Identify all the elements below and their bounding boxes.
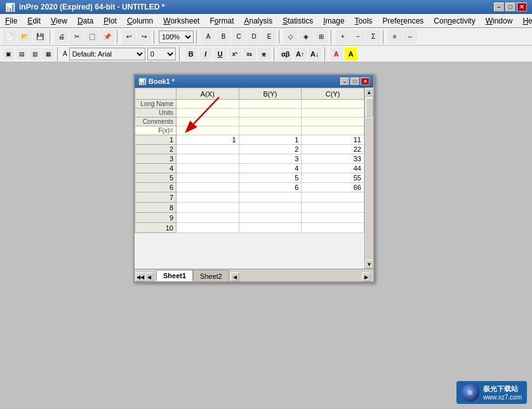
sheet-tab-1[interactable]: Sheet1 [156, 270, 193, 281]
cell-10-c[interactable] [302, 223, 364, 233]
meta-b-fx[interactable] [239, 126, 302, 135]
cell-9-b[interactable] [239, 213, 302, 223]
menu-column[interactable]: Column [122, 14, 158, 27]
tb-btn-c[interactable]: C [232, 30, 246, 44]
tb-btn-k[interactable]: Σ [366, 30, 380, 44]
book-maximize-btn[interactable]: □ [350, 77, 359, 85]
cell-3-a[interactable] [176, 154, 239, 164]
col-header-b[interactable]: B(Y) [239, 88, 302, 100]
cut-btn[interactable]: ✂ [70, 30, 84, 44]
tb-btn-d[interactable]: D [247, 30, 261, 44]
cell-10-a[interactable] [176, 223, 239, 233]
cell-5-a[interactable] [176, 173, 239, 183]
menu-image[interactable]: Image [318, 14, 349, 27]
menu-file[interactable]: File [0, 14, 22, 27]
maximize-btn[interactable]: □ [505, 3, 515, 11]
cell-2-a[interactable] [176, 145, 239, 154]
cell-3-b[interactable]: 3 [239, 154, 302, 164]
alpha-btn[interactable]: αβ [279, 48, 292, 60]
cell-6-a[interactable] [176, 183, 239, 192]
cell-4-a[interactable] [176, 164, 239, 173]
tb-btn-g[interactable]: ◈ [299, 30, 313, 44]
cell-5-b[interactable]: 5 [239, 173, 302, 183]
font-select[interactable]: Default: Arial Arial Times New Roman [69, 48, 145, 60]
cell-6-c[interactable]: 66 [302, 183, 364, 192]
italic-btn[interactable]: I [199, 48, 212, 60]
meta-c-comments[interactable] [302, 117, 364, 126]
meta-c-fx[interactable] [302, 126, 364, 135]
tb2-btn-c[interactable]: ▥ [29, 48, 41, 60]
cell-9-c[interactable] [302, 213, 364, 223]
undo-btn[interactable]: ↩ [122, 30, 136, 44]
meta-b-comments[interactable] [239, 117, 302, 126]
meta-c-longname[interactable] [302, 100, 364, 109]
cell-8-a[interactable] [176, 203, 239, 213]
close-btn[interactable]: ✕ [517, 3, 527, 11]
copy-btn[interactable]: 📋 [85, 30, 99, 44]
meta-b-longname[interactable] [239, 100, 302, 109]
menu-edit[interactable]: Edit [22, 14, 46, 27]
menu-statistics[interactable]: Statistics [277, 14, 318, 27]
menu-tools[interactable]: Tools [350, 14, 378, 27]
underline-btn[interactable]: U [214, 48, 227, 60]
color-btn[interactable]: A [330, 48, 343, 60]
cell-10-b[interactable] [239, 223, 302, 233]
book-close-btn[interactable]: ✕ [361, 77, 369, 85]
meta-a-comments[interactable] [176, 117, 239, 126]
zoom-select[interactable]: 100% 50% 75% 150% 200% [159, 30, 194, 43]
size-select[interactable]: 0 8 10 12 [147, 48, 176, 60]
scroll-thumb[interactable] [366, 98, 373, 117]
superscript-btn[interactable]: x² [229, 48, 241, 60]
sheet-nav-prev[interactable]: ◀ [145, 272, 154, 281]
paste-btn[interactable]: 📌 [100, 30, 114, 44]
sheet-nav-first[interactable]: ◀◀ [136, 272, 145, 281]
scroll-down-btn[interactable]: ▼ [365, 260, 374, 269]
tb-btn-i[interactable]: + [336, 30, 350, 44]
cell-3-c[interactable]: 33 [302, 154, 364, 164]
tb-btn-j[interactable]: − [351, 30, 365, 44]
tb-btn-b[interactable]: B [216, 30, 230, 44]
col-header-a[interactable]: A(X) [176, 88, 239, 100]
cell-9-a[interactable] [176, 213, 239, 223]
tb-btn-l[interactable]: ≡ [388, 30, 402, 44]
tb-btn-a[interactable]: A [201, 30, 215, 44]
cell-1-a[interactable]: 1 [176, 135, 239, 145]
minimize-btn[interactable]: – [494, 3, 504, 11]
tb2-btn-d[interactable]: ▦ [43, 48, 54, 60]
size-dn-btn[interactable]: A↓ [309, 48, 321, 60]
cell-5-c[interactable]: 55 [302, 173, 364, 183]
menu-connectivity[interactable]: Connectivity [429, 14, 480, 27]
menu-help[interactable]: Help [517, 14, 532, 27]
tb-btn-f[interactable]: ◇ [284, 30, 298, 44]
cell-1-b[interactable]: 1 [239, 135, 302, 145]
scroll-track[interactable] [366, 118, 373, 260]
meta-c-units[interactable] [302, 109, 364, 117]
cell-2-b[interactable]: 2 [239, 145, 302, 154]
cell-7-c[interactable] [302, 192, 364, 203]
cell-6-b[interactable]: 6 [239, 183, 302, 192]
highlight-btn[interactable]: A [345, 48, 357, 60]
menu-view[interactable]: View [46, 14, 72, 27]
sheet-tab-2[interactable]: Sheet2 [193, 270, 229, 281]
cell-8-c[interactable] [302, 203, 364, 213]
size-up-btn[interactable]: A↑ [294, 48, 307, 60]
open-btn[interactable]: 📂 [18, 30, 32, 44]
meta-b-units[interactable] [239, 109, 302, 117]
meta-a-units[interactable] [176, 109, 239, 117]
cell-1-c[interactable]: 11 [302, 135, 364, 145]
tb2-btn-b[interactable]: ▤ [16, 48, 27, 60]
new-btn[interactable]: 📄 [3, 30, 17, 44]
tb-btn-m[interactable]: ↔ [403, 30, 417, 44]
scroll-up-btn[interactable]: ▲ [365, 88, 374, 97]
book-minimize-btn[interactable]: – [340, 77, 349, 85]
book-titlebar[interactable]: 📊 Book1 * – □ ✕ [135, 75, 373, 88]
menu-format[interactable]: Format [204, 14, 239, 27]
tb2-btn-a[interactable]: ▣ [3, 48, 14, 60]
menu-plot[interactable]: Plot [98, 14, 122, 27]
save-btn[interactable]: 💾 [33, 30, 47, 44]
menu-window[interactable]: Window [481, 14, 518, 27]
bold-btn[interactable]: B [185, 48, 197, 60]
cell-7-b[interactable] [239, 192, 302, 203]
subscript-btn[interactable]: x₂ [243, 48, 256, 60]
col-header-c[interactable]: C(Y) [302, 88, 364, 100]
